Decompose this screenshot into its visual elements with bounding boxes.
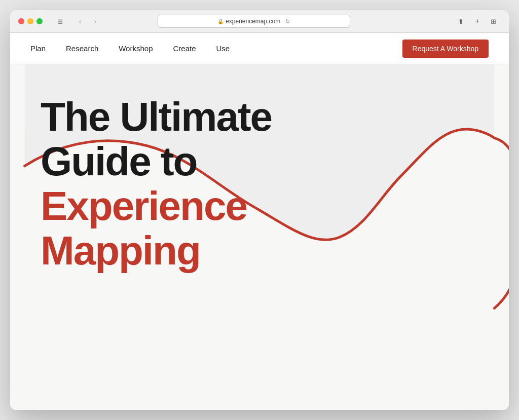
nav-arrows: ‹ › (73, 16, 102, 27)
extensions-button[interactable]: ⊞ (487, 16, 501, 27)
site-nav: Plan Research Workshop Create Use Reques… (10, 33, 509, 64)
browser-actions: ⬆ + ⊞ (454, 16, 501, 27)
address-bar[interactable]: 🔒 experiencemap.com ↻ (158, 15, 350, 28)
browser-titlebar: ⊞ ‹ › 🔒 experiencemap.com ↻ ⬆ + ⊞ (10, 10, 509, 32)
request-workshop-button[interactable]: Request A Workshop (402, 40, 489, 58)
new-tab-button[interactable]: + (470, 16, 485, 27)
url-text: experiencemap.com (226, 18, 280, 25)
nav-item-use[interactable]: Use (216, 44, 230, 53)
share-button[interactable]: ⬆ (454, 16, 468, 27)
website-content: Plan Research Workshop Create Use Reques… (10, 33, 509, 410)
hero-section: The Ultimate Guide to Experience Mapping (10, 64, 509, 410)
close-button[interactable] (18, 18, 24, 24)
reload-icon[interactable]: ↻ (285, 18, 290, 25)
back-button[interactable]: ‹ (73, 16, 87, 27)
hero-line-2: Guide to (41, 139, 478, 184)
browser-chrome: ⊞ ‹ › 🔒 experiencemap.com ↻ ⬆ + ⊞ (10, 10, 509, 33)
traffic-lights (18, 18, 43, 24)
browser-window: ⊞ ‹ › 🔒 experiencemap.com ↻ ⬆ + ⊞ Plan (10, 10, 509, 410)
nav-item-create[interactable]: Create (173, 44, 196, 53)
nav-item-workshop[interactable]: Workshop (119, 44, 153, 53)
maximize-button[interactable] (36, 18, 43, 24)
forward-button[interactable]: › (88, 16, 102, 27)
nav-item-research[interactable]: Research (66, 44, 98, 53)
hero-text: The Ultimate Guide to Experience Mapping (41, 95, 478, 273)
hero-line-3: Experience (41, 184, 478, 228)
minimize-button[interactable] (27, 18, 33, 24)
hero-line-4: Mapping (41, 228, 478, 273)
nav-links: Plan Research Workshop Create Use (30, 44, 402, 53)
sidebar-toggle-button[interactable]: ⊞ (53, 16, 67, 27)
lock-icon: 🔒 (217, 19, 224, 24)
hero-line-1: The Ultimate (41, 95, 478, 139)
nav-item-plan[interactable]: Plan (30, 44, 46, 53)
